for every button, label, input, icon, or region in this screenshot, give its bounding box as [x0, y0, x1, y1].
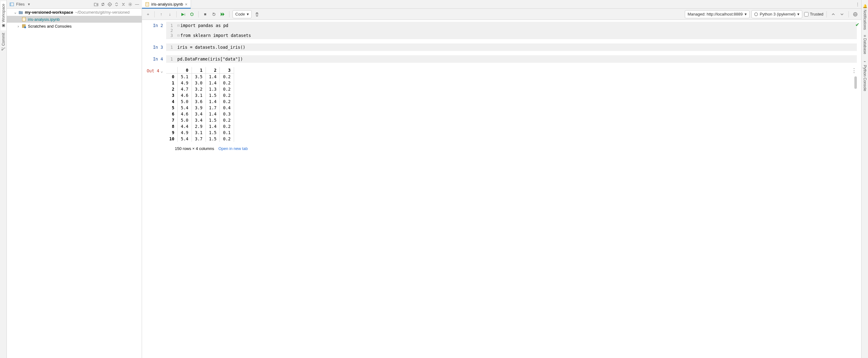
trusted-checkbox-input[interactable]: [804, 12, 808, 17]
cell-value: 0.2: [220, 92, 234, 99]
collapse-all-icon[interactable]: [121, 2, 126, 7]
notebook-file-icon: [145, 2, 149, 6]
chevron-down-icon: ▾: [247, 12, 249, 17]
cell-value: 0.1: [220, 130, 234, 136]
output-more-icon[interactable]: ⋮: [851, 67, 857, 74]
project-tree: ⌄ my-versioned-workspace ~/Documents/git…: [7, 9, 142, 358]
row-index: 4: [166, 99, 178, 105]
open-in-new-tab-link[interactable]: Open in new tab: [218, 146, 248, 151]
move-up-button[interactable]: ↑: [158, 10, 165, 18]
cell-value: 4.9: [178, 130, 192, 136]
row-index: 0: [166, 74, 178, 80]
cell-value: 1.3: [206, 86, 220, 92]
cell-value: 4.6: [178, 92, 192, 99]
left-tool-strip: ▣ Workspace ⎇ Commit: [0, 0, 7, 358]
project-panel-title: Files: [16, 2, 25, 6]
project-view-dropdown-icon[interactable]: ▾: [26, 2, 31, 7]
tree-file-iris[interactable]: iris-analysis.ipynb: [7, 16, 142, 23]
cell-value: 0.2: [220, 86, 234, 92]
prompt-in-2: In 2: [146, 22, 166, 39]
output-collapse-icon[interactable]: ⌄: [161, 68, 163, 73]
project-view-icon[interactable]: [9, 2, 14, 7]
kernel-label: Python 3 (ipykernel): [760, 12, 796, 17]
close-tab-icon[interactable]: ×: [185, 2, 188, 7]
cell-in-2[interactable]: In 2 123 ⊟import pandas as pd ⊟from skle…: [146, 22, 857, 39]
cell-value: 3.6: [192, 99, 206, 105]
workspace-icon: ▣: [1, 24, 6, 28]
commit-tool-tab[interactable]: ⎇ Commit: [1, 30, 6, 54]
prev-cell-button[interactable]: [830, 10, 837, 18]
app-root: ▣ Workspace ⎇ Commit Files ▾: [0, 0, 868, 358]
cell-value: 2.9: [192, 123, 206, 130]
move-down-button[interactable]: ↓: [166, 10, 173, 18]
tree-scratches-row[interactable]: › Scratches and Consoles: [7, 23, 142, 29]
cell-value: 0.2: [220, 123, 234, 130]
notifications-tool-tab[interactable]: 🔔 Notifications: [862, 1, 868, 32]
next-cell-button[interactable]: [839, 10, 845, 18]
editor-area: ＋ ↑ ↓ ▶ꟾ ■ Code ▾: [142, 9, 861, 358]
code-block-2[interactable]: 123 ⊟import pandas as pd ⊟from sklearn i…: [166, 22, 857, 39]
row-index: 9: [166, 130, 178, 136]
expand-all-icon[interactable]: [114, 2, 119, 7]
hide-panel-icon[interactable]: —: [134, 2, 140, 7]
cell-value: 5.4: [178, 136, 192, 142]
prompt-in-3: In 3: [146, 44, 166, 51]
output-scrollbar[interactable]: [855, 76, 857, 89]
cell-type-dropdown[interactable]: Code ▾: [232, 10, 252, 18]
notebook-file-icon: [22, 17, 26, 21]
table-row: 94.93.11.50.1: [166, 130, 234, 136]
svg-point-7: [148, 3, 148, 4]
notebook-body[interactable]: ✔ In 2 123 ⊟import pandas as pd ⊟from sk…: [142, 20, 861, 358]
main-split: ⌄ my-versioned-workspace ~/Documents/git…: [7, 9, 861, 358]
cell-in-3[interactable]: In 3 1 iris = datasets.load_iris(): [146, 44, 857, 51]
bell-icon: 🔔: [863, 4, 867, 8]
delete-cell-button[interactable]: [254, 10, 260, 18]
editor-tab-iris[interactable]: iris-analysis.ipynb ×: [142, 0, 191, 8]
restart-kernel-button[interactable]: [211, 10, 217, 18]
svg-rect-5: [146, 2, 149, 6]
cell-type-label: Code: [235, 12, 245, 17]
chevron-down-icon[interactable]: ⌄: [13, 10, 17, 15]
run-debug-button[interactable]: [188, 10, 195, 18]
gear-icon[interactable]: [128, 2, 133, 7]
project-root-row[interactable]: ⌄ my-versioned-workspace ~/Documents/git…: [7, 9, 142, 16]
project-root-path: ~/Documents/git/my-versioned: [75, 10, 130, 15]
chevron-down-icon: ▾: [797, 12, 800, 17]
python-console-tab-label: Python Console: [863, 65, 867, 91]
svg-point-12: [24, 20, 24, 20]
table-row: 14.93.01.40.2: [166, 80, 234, 86]
workspace-tool-tab[interactable]: ▣ Workspace: [1, 1, 6, 30]
cell-value: 5.4: [178, 105, 192, 111]
database-tool-tab[interactable]: ≡ Database: [862, 32, 868, 56]
stop-button[interactable]: ■: [202, 10, 209, 18]
cell-value: 0.2: [220, 136, 234, 142]
trusted-checkbox[interactable]: Trusted: [804, 12, 824, 17]
row-index: 6: [166, 111, 178, 117]
df-col-0: 0: [178, 67, 192, 74]
kernel-status-icon: [754, 12, 758, 16]
refresh-icon[interactable]: [100, 2, 105, 7]
code-block-4[interactable]: 1 pd.DataFrame(iris["data"]): [166, 55, 857, 63]
folder-icon: [19, 10, 23, 15]
target-icon[interactable]: [107, 2, 112, 7]
run-all-button[interactable]: [219, 10, 226, 18]
cell-value: 0.2: [220, 80, 234, 86]
svg-point-15: [191, 13, 193, 16]
df-col-1: 1: [192, 67, 206, 74]
python-console-tool-tab[interactable]: ⌁ Python Console: [862, 57, 868, 94]
editor-tab-label: iris-analysis.ipynb: [151, 2, 183, 6]
kernel-dropdown[interactable]: Python 3 (ipykernel) ▾: [751, 10, 803, 18]
prompt-out-4: Out 4 ⌄: [146, 67, 166, 142]
editor-tabs-more-icon[interactable]: ⋮: [854, 0, 861, 8]
new-folder-icon[interactable]: [94, 2, 99, 7]
chevron-right-icon[interactable]: ›: [17, 24, 20, 29]
cell-in-4[interactable]: In 4 1 pd.DataFrame(iris["data"]): [146, 55, 857, 63]
cell-value: 1.4: [206, 80, 220, 86]
cell-value: 1.5: [206, 130, 220, 136]
run-cell-button[interactable]: ▶ꟾ: [180, 10, 187, 18]
open-browser-button[interactable]: [852, 10, 859, 18]
svg-point-16: [754, 13, 757, 16]
add-cell-button[interactable]: ＋: [145, 10, 151, 18]
server-dropdown[interactable]: Managed: http://localhost:8889 ▾: [685, 10, 750, 18]
code-block-3[interactable]: 1 iris = datasets.load_iris(): [166, 44, 857, 51]
